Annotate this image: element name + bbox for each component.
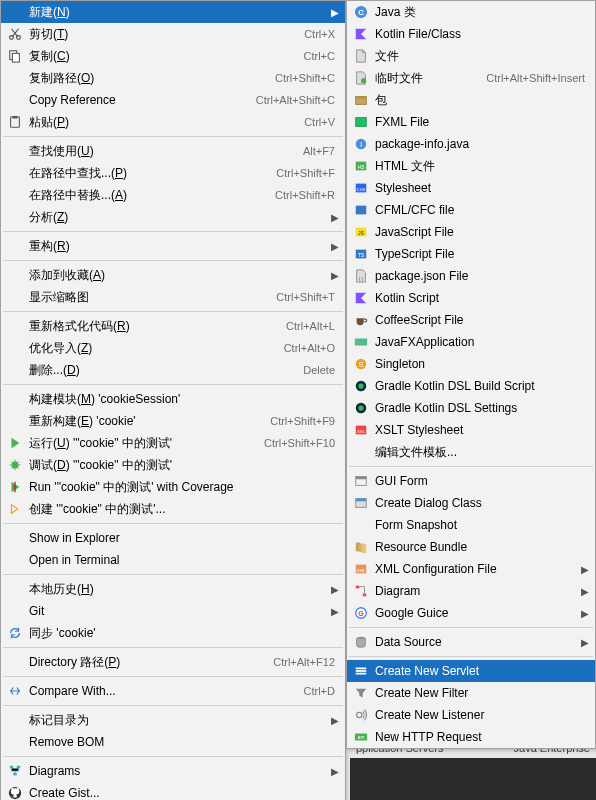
right_menu-item[interactable]: SSingleton bbox=[347, 353, 595, 375]
blank-icon bbox=[5, 390, 25, 408]
right_menu-item[interactable]: H5HTML 文件 bbox=[347, 155, 595, 177]
blank-icon bbox=[5, 339, 25, 357]
right_menu-item[interactable]: Create Dialog Class bbox=[347, 492, 595, 514]
blank-icon bbox=[5, 412, 25, 430]
right_menu-item[interactable]: 包 bbox=[347, 89, 595, 111]
menu-separator bbox=[3, 574, 343, 575]
right_menu-item[interactable]: TSTypeScript File bbox=[347, 243, 595, 265]
right_menu-item[interactable]: Create New Servlet bbox=[347, 660, 595, 682]
left_menu-item[interactable]: 新建(N)▶ bbox=[1, 1, 345, 23]
left_menu-item[interactable]: 标记目录为▶ bbox=[1, 709, 345, 731]
right_menu-item[interactable]: CSSStylesheet bbox=[347, 177, 595, 199]
left_menu-item[interactable]: Diagrams▶ bbox=[1, 760, 345, 782]
menu-item-label: Form Snapshot bbox=[371, 518, 591, 532]
right_menu-item[interactable]: CFML/CFC file bbox=[347, 199, 595, 221]
right_menu-item[interactable]: JSJavaScript File bbox=[347, 221, 595, 243]
right_menu-item[interactable]: Gradle Kotlin DSL Settings bbox=[347, 397, 595, 419]
left_menu-item[interactable]: 删除...(D)Delete bbox=[1, 359, 345, 381]
right_menu-item[interactable]: 编辑文件模板... bbox=[347, 441, 595, 463]
left_menu-item[interactable]: 添加到收藏(A)▶ bbox=[1, 264, 345, 286]
menu-item-label: Java 类 bbox=[371, 4, 591, 21]
right_menu-item[interactable]: Gradle Kotlin DSL Build Script bbox=[347, 375, 595, 397]
menu-separator bbox=[3, 756, 343, 757]
right_menu-item[interactable]: Kotlin Script bbox=[347, 287, 595, 309]
menu-item-shortcut: Ctrl+Shift+F9 bbox=[270, 415, 341, 427]
menu-item-shortcut: Ctrl+D bbox=[304, 685, 341, 697]
right_menu-item[interactable]: CJava 类 bbox=[347, 1, 595, 23]
right_menu-item[interactable]: FXML File bbox=[347, 111, 595, 133]
submenu-arrow-icon: ▶ bbox=[579, 586, 591, 597]
menu-item-shortcut: Ctrl+Shift+F10 bbox=[264, 437, 341, 449]
right_menu-item[interactable]: XMLXML Configuration File▶ bbox=[347, 558, 595, 580]
menu-item-label: Create New Filter bbox=[371, 686, 591, 700]
menu-item-label: 重新格式化代码(R) bbox=[25, 318, 286, 335]
left_menu-item[interactable]: 运行(U) '"cookie" 中的测试'Ctrl+Shift+F10 bbox=[1, 432, 345, 454]
svg-rect-3 bbox=[12, 53, 19, 62]
right_menu-item[interactable]: GGoogle Guice▶ bbox=[347, 602, 595, 624]
right_menu-item[interactable]: JavaFXApplication bbox=[347, 331, 595, 353]
svg-text:JS: JS bbox=[358, 230, 365, 236]
bundle-icon bbox=[351, 538, 371, 556]
menu-item-label: Kotlin Script bbox=[371, 291, 591, 305]
left_menu-item[interactable]: 复制(C)Ctrl+C bbox=[1, 45, 345, 67]
left_menu-item[interactable]: 创建 '"cookie" 中的测试'... bbox=[1, 498, 345, 520]
left_menu-item[interactable]: 重构(R)▶ bbox=[1, 235, 345, 257]
left_menu-item[interactable]: 复制路径(O)Ctrl+Shift+C bbox=[1, 67, 345, 89]
left_menu-item[interactable]: Compare With...Ctrl+D bbox=[1, 680, 345, 702]
left_menu-item[interactable]: Show in Explorer bbox=[1, 527, 345, 549]
right_menu-item[interactable]: Data Source▶ bbox=[347, 631, 595, 653]
right_menu-item[interactable]: Create New Listener bbox=[347, 704, 595, 726]
left_menu-item[interactable]: 重新格式化代码(R)Ctrl+Alt+L bbox=[1, 315, 345, 337]
left_menu-item[interactable]: Create Gist... bbox=[1, 782, 345, 800]
context-menu: 新建(N)▶剪切(T)Ctrl+X复制(C)Ctrl+C复制路径(O)Ctrl+… bbox=[0, 0, 346, 800]
java-class-icon: C bbox=[351, 3, 371, 21]
left_menu-item[interactable]: 调试(D) '"cookie" 中的测试' bbox=[1, 454, 345, 476]
menu-separator bbox=[3, 311, 343, 312]
left_menu-item[interactable]: 显示缩略图Ctrl+Shift+T bbox=[1, 286, 345, 308]
menu-item-label: package.json File bbox=[371, 269, 591, 283]
menu-item-label: Git bbox=[25, 604, 329, 618]
left_menu-item[interactable]: 分析(Z)▶ bbox=[1, 206, 345, 228]
left_menu-item[interactable]: 构建模块(M) 'cookieSession' bbox=[1, 388, 345, 410]
right_menu-item[interactable]: XSLXSLT Stylesheet bbox=[347, 419, 595, 441]
left_menu-item[interactable]: 在路径中查找...(P)Ctrl+Shift+F bbox=[1, 162, 345, 184]
right_menu-item[interactable]: Kotlin File/Class bbox=[347, 23, 595, 45]
right_menu-item[interactable]: 临时文件Ctrl+Alt+Shift+Insert bbox=[347, 67, 595, 89]
submenu-arrow-icon: ▶ bbox=[329, 584, 341, 595]
left_menu-item[interactable]: 粘贴(P)Ctrl+V bbox=[1, 111, 345, 133]
right_menu-item[interactable]: ipackage-info.java bbox=[347, 133, 595, 155]
svg-text:S: S bbox=[359, 361, 364, 368]
left_menu-item[interactable]: Directory 路径(P)Ctrl+Alt+F12 bbox=[1, 651, 345, 673]
menu-item-label: 编辑文件模板... bbox=[371, 444, 591, 461]
right_menu-item[interactable]: { }package.json File bbox=[347, 265, 595, 287]
right_menu-item[interactable]: GUI Form bbox=[347, 470, 595, 492]
left_menu-item[interactable]: 重新构建(E) 'cookie'Ctrl+Shift+F9 bbox=[1, 410, 345, 432]
left_menu-item[interactable]: 查找使用(U)Alt+F7 bbox=[1, 140, 345, 162]
menu-item-label: Create Gist... bbox=[25, 786, 341, 800]
left_menu-item[interactable]: Git▶ bbox=[1, 600, 345, 622]
left_menu-item[interactable]: 本地历史(H)▶ bbox=[1, 578, 345, 600]
right_menu-item[interactable]: Create New Filter bbox=[347, 682, 595, 704]
svg-text:i: i bbox=[360, 140, 362, 149]
svg-text:API: API bbox=[357, 735, 364, 740]
left_menu-item[interactable]: Open in Terminal bbox=[1, 549, 345, 571]
left_menu-item[interactable]: 同步 'cookie' bbox=[1, 622, 345, 644]
left_menu-item[interactable]: Remove BOM bbox=[1, 731, 345, 753]
left_menu-item[interactable]: Copy ReferenceCtrl+Alt+Shift+C bbox=[1, 89, 345, 111]
right_menu-item[interactable]: 文件 bbox=[347, 45, 595, 67]
right_menu-item[interactable]: CoffeeScript File bbox=[347, 309, 595, 331]
right_menu-item[interactable]: Form Snapshot bbox=[347, 514, 595, 536]
js-icon: JS bbox=[351, 223, 371, 241]
kotlin-icon bbox=[351, 25, 371, 43]
menu-item-shortcut: Ctrl+C bbox=[304, 50, 341, 62]
left_menu-item[interactable]: 剪切(T)Ctrl+X bbox=[1, 23, 345, 45]
right_menu-item[interactable]: Resource Bundle bbox=[347, 536, 595, 558]
menu-item-label: 构建模块(M) 'cookieSession' bbox=[25, 391, 341, 408]
left_menu-item[interactable]: Run '"cookie" 中的测试' with Coverage bbox=[1, 476, 345, 498]
right_menu-item[interactable]: APINew HTTP Request bbox=[347, 726, 595, 748]
left_menu-item[interactable]: 优化导入(Z)Ctrl+Alt+O bbox=[1, 337, 345, 359]
right_menu-item[interactable]: Diagram▶ bbox=[347, 580, 595, 602]
blank-icon bbox=[5, 317, 25, 335]
run-icon bbox=[5, 434, 25, 452]
left_menu-item[interactable]: 在路径中替换...(A)Ctrl+Shift+R bbox=[1, 184, 345, 206]
